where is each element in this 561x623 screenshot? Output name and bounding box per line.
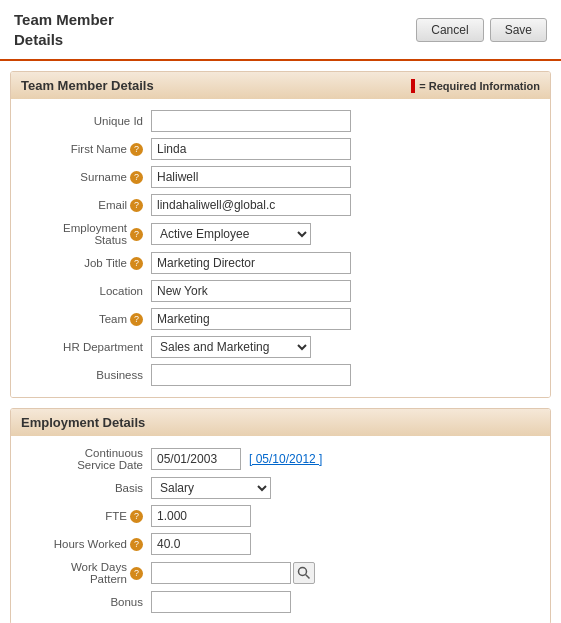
header-buttons: Cancel Save — [416, 18, 547, 42]
first-name-label: First Name ? — [21, 143, 151, 156]
continuous-service-date-control: [ 05/10/2012 ] — [151, 448, 322, 470]
svg-line-1 — [306, 575, 310, 579]
location-input[interactable] — [151, 280, 351, 302]
team-row: Team ? — [11, 305, 550, 333]
section1-header: Team Member Details = Required Informati… — [11, 72, 550, 99]
job-title-input[interactable] — [151, 252, 351, 274]
email-input[interactable] — [151, 194, 351, 216]
employment-status-select[interactable]: Active Employee Inactive Terminated — [151, 223, 311, 245]
hr-department-label: HR Department — [21, 341, 151, 353]
unique-id-control — [151, 110, 351, 132]
hr-department-control: Sales and Marketing HR Finance Operation… — [151, 336, 311, 358]
header-cancel-button[interactable]: Cancel — [416, 18, 483, 42]
first-name-input[interactable] — [151, 138, 351, 160]
team-control — [151, 308, 351, 330]
team-member-details-section: Team Member Details = Required Informati… — [10, 71, 551, 398]
employment-status-label: EmploymentStatus ? — [21, 222, 151, 246]
bonus-row: Bonus — [11, 588, 550, 616]
page-title: Team Member Details — [14, 10, 114, 49]
continuous-service-date-label: ContinuousService Date — [21, 447, 151, 471]
email-help-icon[interactable]: ? — [130, 199, 143, 212]
hours-worked-help-icon[interactable]: ? — [130, 538, 143, 551]
business-control — [151, 364, 351, 386]
employment-status-control: Active Employee Inactive Terminated — [151, 223, 311, 245]
team-label: Team ? — [21, 313, 151, 326]
job-title-row: Job Title ? — [11, 249, 550, 277]
surname-label: Surname ? — [21, 171, 151, 184]
email-control — [151, 194, 351, 216]
unique-id-input[interactable] — [151, 110, 351, 132]
unique-id-label: Unique Id — [21, 115, 151, 127]
business-input[interactable] — [151, 364, 351, 386]
surname-row: Surname ? — [11, 163, 550, 191]
employment-status-help-icon[interactable]: ? — [130, 228, 143, 241]
surname-input[interactable] — [151, 166, 351, 188]
location-label: Location — [21, 285, 151, 297]
basis-label: Basis — [21, 482, 151, 494]
basis-select[interactable]: Salary Hourly Commission — [151, 477, 271, 499]
first-name-row: First Name ? — [11, 135, 550, 163]
hours-worked-control — [151, 533, 351, 555]
business-label: Business — [21, 369, 151, 381]
work-days-pattern-row: Work DaysPattern ? — [11, 558, 550, 588]
work-days-pattern-control — [151, 562, 315, 584]
section2-title: Employment Details — [21, 415, 145, 430]
required-bar — [411, 79, 415, 93]
bonus-control — [151, 591, 351, 613]
section2-header: Employment Details — [11, 409, 550, 436]
page-header: Team Member Details Cancel Save — [0, 0, 561, 61]
hr-department-select[interactable]: Sales and Marketing HR Finance Operation… — [151, 336, 311, 358]
work-days-pattern-input[interactable] — [151, 562, 291, 584]
employment-status-row: EmploymentStatus ? Active Employee Inact… — [11, 219, 550, 249]
business-row: Business — [11, 361, 550, 389]
first-name-control — [151, 138, 351, 160]
basis-control: Salary Hourly Commission — [151, 477, 271, 499]
team-help-icon[interactable]: ? — [130, 313, 143, 326]
surname-help-icon[interactable]: ? — [130, 171, 143, 184]
fte-control — [151, 505, 351, 527]
hours-worked-label: Hours Worked ? — [21, 538, 151, 551]
surname-control — [151, 166, 351, 188]
continuous-service-date-input[interactable] — [151, 448, 241, 470]
work-days-pattern-search-button[interactable] — [293, 562, 315, 584]
unique-id-row: Unique Id — [11, 107, 550, 135]
hr-department-row: HR Department Sales and Marketing HR Fin… — [11, 333, 550, 361]
work-days-pattern-label: Work DaysPattern ? — [21, 561, 151, 585]
job-title-control — [151, 252, 351, 274]
team-input[interactable] — [151, 308, 351, 330]
continuous-service-date-row: ContinuousService Date [ 05/10/2012 ] — [11, 444, 550, 474]
location-row: Location — [11, 277, 550, 305]
bonus-input[interactable] — [151, 591, 291, 613]
bonus-label: Bonus — [21, 596, 151, 608]
search-icon — [296, 565, 312, 581]
email-row: Email ? — [11, 191, 550, 219]
fte-help-icon[interactable]: ? — [130, 510, 143, 523]
header-save-button[interactable]: Save — [490, 18, 547, 42]
job-title-help-icon[interactable]: ? — [130, 257, 143, 270]
svg-point-0 — [299, 568, 307, 576]
basis-row: Basis Salary Hourly Commission — [11, 474, 550, 502]
hours-worked-input[interactable] — [151, 533, 251, 555]
job-title-label: Job Title ? — [21, 257, 151, 270]
email-label: Email ? — [21, 199, 151, 212]
continuous-service-date-link[interactable]: [ 05/10/2012 ] — [249, 452, 322, 466]
fte-row: FTE ? — [11, 502, 550, 530]
employment-details-section: Employment Details ContinuousService Dat… — [10, 408, 551, 623]
fte-input[interactable] — [151, 505, 251, 527]
section1-body: Unique Id First Name ? Surname ? — [11, 99, 550, 397]
required-legend: = Required Information — [411, 79, 540, 93]
fte-label: FTE ? — [21, 510, 151, 523]
section2-body: ContinuousService Date [ 05/10/2012 ] Ba… — [11, 436, 550, 623]
first-name-help-icon[interactable]: ? — [130, 143, 143, 156]
section1-title: Team Member Details — [21, 78, 154, 93]
hours-worked-row: Hours Worked ? — [11, 530, 550, 558]
location-control — [151, 280, 351, 302]
work-days-pattern-help-icon[interactable]: ? — [130, 567, 143, 580]
